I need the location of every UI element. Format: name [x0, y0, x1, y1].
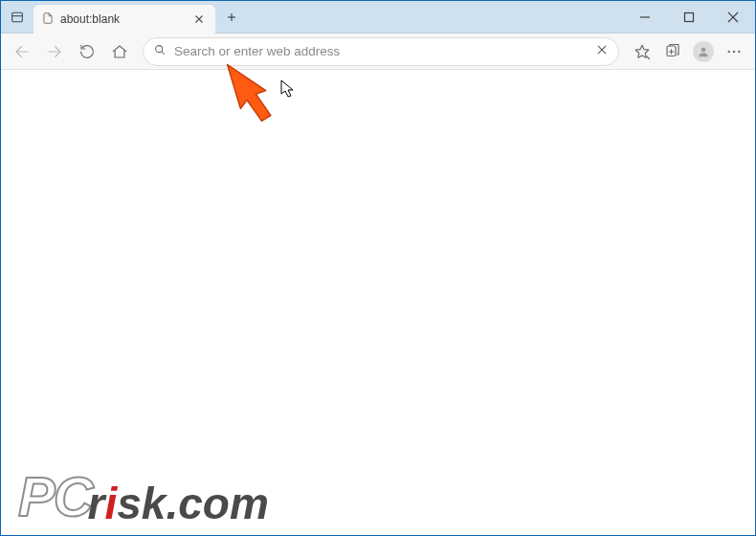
window-controls — [623, 1, 755, 33]
favorites-button[interactable] — [627, 36, 657, 67]
svg-point-24 — [738, 50, 740, 52]
svg-point-12 — [156, 45, 163, 52]
svg-line-17 — [647, 56, 650, 58]
search-icon — [153, 43, 167, 60]
more-button[interactable] — [719, 36, 749, 67]
browser-window: about:blank — [0, 0, 756, 536]
window-close-button[interactable] — [711, 1, 755, 34]
back-button[interactable] — [7, 36, 37, 67]
tab-title: about:blank — [60, 12, 187, 26]
tab-actions-button[interactable] — [1, 1, 33, 34]
toolbar — [1, 34, 755, 70]
titlebar-drag-area[interactable] — [248, 1, 623, 33]
home-button[interactable] — [104, 36, 135, 67]
new-tab-button[interactable] — [215, 1, 248, 34]
svg-point-21 — [701, 47, 706, 52]
svg-point-23 — [733, 50, 735, 52]
browser-tab[interactable]: about:blank — [33, 5, 215, 34]
svg-rect-0 — [12, 12, 23, 21]
svg-point-22 — [728, 50, 730, 52]
tab-close-button[interactable] — [192, 12, 206, 26]
window-minimize-button[interactable] — [623, 1, 667, 34]
svg-line-13 — [162, 51, 165, 54]
clear-input-icon[interactable] — [595, 43, 609, 60]
profile-button[interactable] — [693, 41, 714, 62]
collections-button[interactable] — [657, 36, 688, 67]
titlebar: about:blank — [1, 1, 755, 34]
refresh-button[interactable] — [72, 36, 102, 67]
svg-rect-7 — [685, 13, 694, 22]
address-bar[interactable] — [143, 37, 619, 66]
forward-button[interactable] — [39, 36, 70, 67]
address-input[interactable] — [174, 44, 588, 58]
window-maximize-button[interactable] — [667, 1, 711, 34]
toolbar-right — [627, 36, 749, 67]
page-content — [2, 71, 754, 534]
page-icon — [41, 11, 55, 28]
